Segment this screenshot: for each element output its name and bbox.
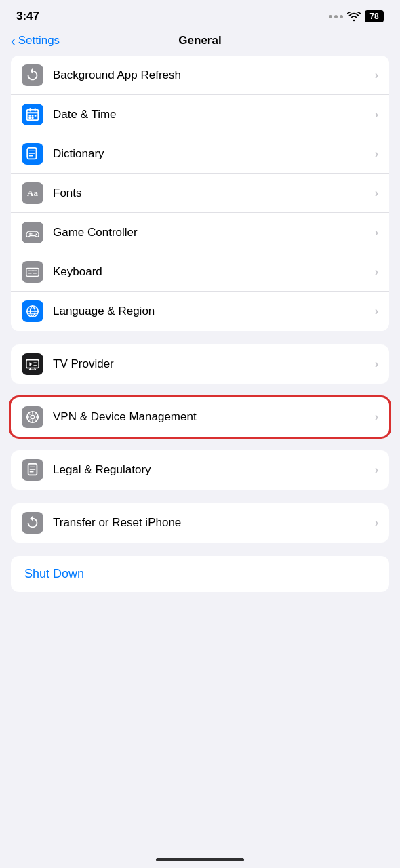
background-app-refresh-row[interactable]: Background App Refresh › bbox=[11, 56, 389, 95]
legal-regulatory-chevron: › bbox=[375, 464, 378, 476]
game-controller-icon bbox=[22, 222, 43, 243]
keyboard-label: Keyboard bbox=[53, 265, 375, 279]
language-region-label: Language & Region bbox=[53, 304, 375, 318]
vpn-device-management-label: VPN & Device Management bbox=[53, 410, 375, 424]
back-label: Settings bbox=[18, 34, 60, 47]
vpn-device-management-row[interactable]: VPN & Device Management › bbox=[11, 397, 389, 437]
tv-provider-label: TV Provider bbox=[53, 357, 375, 371]
language-region-icon bbox=[22, 300, 43, 322]
tv-provider-icon bbox=[22, 353, 43, 375]
background-app-refresh-label: Background App Refresh bbox=[53, 68, 375, 82]
shutdown-label: Shut Down bbox=[24, 567, 84, 581]
vpn-device-management-chevron: › bbox=[375, 411, 378, 423]
page-title: General bbox=[178, 34, 221, 47]
status-icons: 78 bbox=[329, 10, 384, 22]
back-button[interactable]: ‹ Settings bbox=[11, 34, 60, 47]
status-time: 3:47 bbox=[16, 9, 39, 23]
transfer-reset-row[interactable]: Transfer or Reset iPhone › bbox=[11, 503, 389, 542]
date-time-icon bbox=[22, 104, 43, 125]
dictionary-icon bbox=[22, 143, 43, 165]
fonts-label: Fonts bbox=[53, 186, 375, 200]
wifi-icon bbox=[347, 12, 361, 22]
svg-rect-2 bbox=[32, 115, 34, 117]
shutdown-button[interactable]: Shut Down bbox=[11, 556, 389, 592]
svg-rect-12 bbox=[26, 360, 39, 368]
transfer-reset-chevron: › bbox=[375, 517, 378, 529]
game-controller-chevron: › bbox=[375, 226, 378, 239]
fonts-icon: Aa bbox=[22, 182, 43, 204]
settings-group-1: Background App Refresh › Date & Time › bbox=[11, 56, 389, 331]
legal-regulatory-row[interactable]: Legal & Regulatory › bbox=[11, 450, 389, 490]
keyboard-icon bbox=[22, 261, 43, 283]
background-app-refresh-chevron: › bbox=[375, 69, 378, 81]
transfer-reset-icon bbox=[22, 512, 43, 534]
date-time-label: Date & Time bbox=[53, 108, 375, 121]
svg-point-8 bbox=[35, 232, 36, 233]
svg-rect-1 bbox=[29, 115, 31, 117]
svg-rect-4 bbox=[29, 117, 31, 119]
language-region-row[interactable]: Language & Region › bbox=[11, 292, 389, 331]
nav-bar: ‹ Settings General bbox=[0, 28, 400, 56]
svg-rect-7 bbox=[26, 149, 28, 157]
battery-indicator: 78 bbox=[365, 10, 384, 22]
svg-rect-10 bbox=[26, 268, 39, 276]
settings-group-2: TV Provider › bbox=[11, 344, 389, 384]
settings-content: Background App Refresh › Date & Time › bbox=[0, 56, 400, 606]
dictionary-row[interactable]: Dictionary › bbox=[11, 134, 389, 174]
dictionary-chevron: › bbox=[375, 148, 378, 160]
date-time-chevron: › bbox=[375, 108, 378, 121]
svg-point-14 bbox=[31, 415, 35, 419]
legal-regulatory-icon bbox=[22, 459, 43, 481]
keyboard-chevron: › bbox=[375, 266, 378, 278]
settings-group-4: Legal & Regulatory › bbox=[11, 450, 389, 490]
svg-point-16 bbox=[30, 467, 31, 467]
vpn-device-management-icon bbox=[22, 406, 43, 428]
shutdown-group: Shut Down bbox=[11, 556, 389, 592]
signal-icon bbox=[329, 15, 343, 18]
svg-rect-5 bbox=[32, 117, 34, 119]
fonts-row[interactable]: Aa Fonts › bbox=[11, 174, 389, 213]
tv-provider-chevron: › bbox=[375, 358, 378, 370]
dictionary-label: Dictionary bbox=[53, 147, 375, 161]
settings-group-3: VPN & Device Management › bbox=[11, 397, 389, 437]
keyboard-row[interactable]: Keyboard › bbox=[11, 252, 389, 292]
date-time-row[interactable]: Date & Time › bbox=[11, 95, 389, 134]
language-region-chevron: › bbox=[375, 305, 378, 317]
home-indicator bbox=[156, 858, 244, 861]
transfer-reset-label: Transfer or Reset iPhone bbox=[53, 516, 375, 530]
legal-regulatory-label: Legal & Regulatory bbox=[53, 463, 375, 477]
tv-provider-row[interactable]: TV Provider › bbox=[11, 344, 389, 384]
game-controller-label: Game Controller bbox=[53, 226, 375, 239]
background-app-refresh-icon bbox=[22, 64, 43, 86]
fonts-chevron: › bbox=[375, 187, 378, 199]
settings-group-5: Transfer or Reset iPhone › bbox=[11, 503, 389, 542]
game-controller-row[interactable]: Game Controller › bbox=[11, 213, 389, 252]
status-bar: 3:47 78 bbox=[0, 0, 400, 28]
svg-point-9 bbox=[36, 233, 37, 235]
back-chevron-icon: ‹ bbox=[11, 34, 16, 47]
svg-rect-3 bbox=[35, 115, 37, 117]
